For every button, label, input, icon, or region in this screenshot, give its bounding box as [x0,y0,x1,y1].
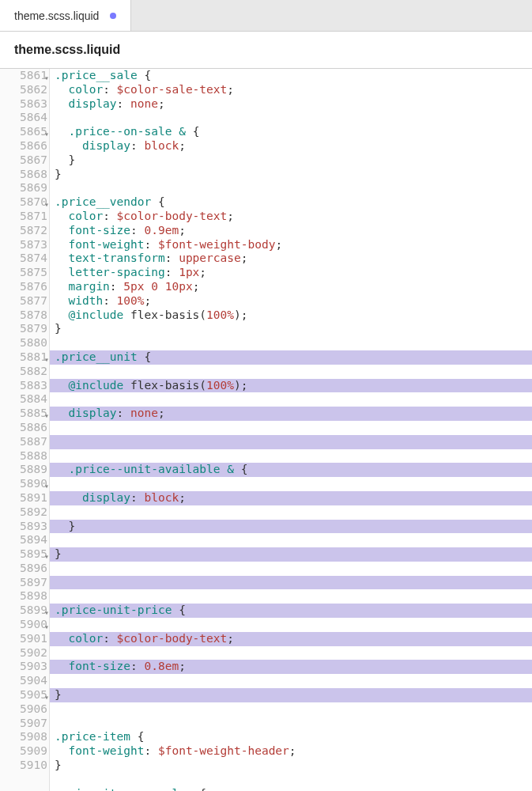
line-number: 5868 [0,168,47,182]
code-line[interactable]: display: block; [50,491,532,505]
line-number: 5900▾ [0,618,47,632]
code-line[interactable]: .price-item { [55,730,145,743]
line-number: 5902 [0,646,47,660]
code-line[interactable]: } [55,168,62,180]
line-number: 5904 [0,674,47,688]
line-number: 5881▾ [0,350,47,365]
line-number: 5870▾ [0,195,47,210]
line-number: 5875 [0,266,47,280]
code-line[interactable]: .price__unit { [50,350,532,365]
breadcrumb-text: theme.scss.liquid [14,43,120,56]
code-line[interactable]: .price__sale { [55,69,151,81]
line-number: 5909 [0,744,47,759]
line-number: 5887 [0,435,47,449]
line-number: 5886 [0,421,47,435]
line-number: 5866 [0,139,47,153]
line-number: 5880 [0,336,47,350]
code-line[interactable] [55,111,62,123]
line-number: 5898 [0,589,47,604]
line-number: 5862 [0,83,47,97]
line-number: 5888 [0,449,47,464]
line-number: 5906 [0,702,47,717]
code-line[interactable]: .price-unit-price { [50,604,532,618]
line-number: 5867 [0,153,47,168]
line-number: 5908 [0,730,47,744]
line-number: 5871 [0,210,47,224]
code-line[interactable] [55,181,62,194]
code-line[interactable]: .price--on-sale & { [55,125,199,138]
line-number: 5876 [0,280,47,294]
line-number: 5895▾ [0,547,47,562]
code-line[interactable] [55,717,62,729]
code-line[interactable]: color: $color-body-text; [50,632,532,646]
line-number: 5907 [0,717,47,731]
line-number: 5882 [0,365,47,379]
line-number: 5865▾ [0,125,47,139]
line-number: 5877 [0,294,47,308]
code-line[interactable]: font-weight: $font-weight-header; [55,744,296,757]
code-line[interactable]: } [55,322,62,335]
code-line[interactable]: font-size: 0.9em; [55,224,186,237]
line-number: 5885▾ [0,407,47,421]
line-number: 5894 [0,533,47,547]
file-tab[interactable]: theme.scss.liquid [0,0,131,31]
code-line[interactable]: @include flex-basis(100%); [55,308,247,321]
code-line[interactable] [50,576,532,590]
breadcrumb[interactable]: theme.scss.liquid [0,32,532,69]
tab-filename: theme.scss.liquid [14,9,99,22]
line-number: 5892 [0,505,47,520]
code-line[interactable]: color: $color-body-text; [55,210,234,222]
line-number: 5897 [0,576,47,590]
line-number-gutter: 5861▾5862586358645865▾586658675868586958… [0,69,50,791]
code-line[interactable] [50,435,532,449]
line-number: 5899▾ [0,604,47,618]
code-line[interactable]: display: none; [55,97,165,110]
line-number: 5872 [0,224,47,238]
line-number: 5874 [0,252,47,266]
unsaved-indicator-icon [110,13,116,19]
line-number: 5869 [0,181,47,195]
line-number: 5893 [0,520,47,534]
code-line[interactable]: } [55,759,62,771]
line-number: 5861▾ [0,69,47,83]
line-number: 5889 [0,463,47,477]
tab-bar: theme.scss.liquid [0,0,532,32]
code-line[interactable]: letter-spacing: 1px; [55,266,206,278]
code-line[interactable]: font-weight: $font-weight-body; [55,238,282,251]
line-number: 5901 [0,632,47,646]
code-line[interactable]: margin: 5px 0 10px; [55,280,199,293]
code-line[interactable]: width: 100%; [55,294,151,307]
code-line[interactable]: display: block; [55,139,186,152]
line-number: 5891 [0,491,47,505]
code-content[interactable]: .price__sale { color: $color-sale-text; … [50,69,532,791]
line-number: 5910 [0,759,47,773]
code-line[interactable]: } [50,547,532,562]
code-line[interactable]: .price--unit-available & { [50,463,532,477]
code-editor[interactable]: 5861▾5862586358645865▾586658675868586958… [0,69,532,791]
code-line[interactable]: text-transform: uppercase; [55,252,247,264]
code-line[interactable] [55,336,62,349]
code-line[interactable]: } [50,520,532,534]
line-number: 5873 [0,238,47,252]
line-number: 5896 [0,562,47,576]
line-number: 5879 [0,322,47,336]
line-number: 5883 [0,379,47,393]
code-line[interactable]: display: none; [50,407,532,421]
code-line[interactable]: .price__vendor { [55,195,165,208]
line-number: 5864 [0,111,47,125]
line-number: 5884 [0,392,47,407]
code-line[interactable] [55,773,62,785]
line-number: 5903 [0,660,47,674]
code-line[interactable]: .price-item--regular { [55,787,206,791]
line-number: 5905▾ [0,688,47,702]
line-number: 5890▾ [0,477,47,491]
line-number: 5863 [0,97,47,112]
code-line[interactable]: } [55,153,75,166]
code-line[interactable]: } [50,688,532,702]
code-line[interactable]: @include flex-basis(100%); [50,379,532,393]
code-line[interactable]: color: $color-sale-text; [55,83,234,96]
code-line[interactable]: font-size: 0.8em; [50,660,532,674]
line-number: 5878 [0,308,47,323]
